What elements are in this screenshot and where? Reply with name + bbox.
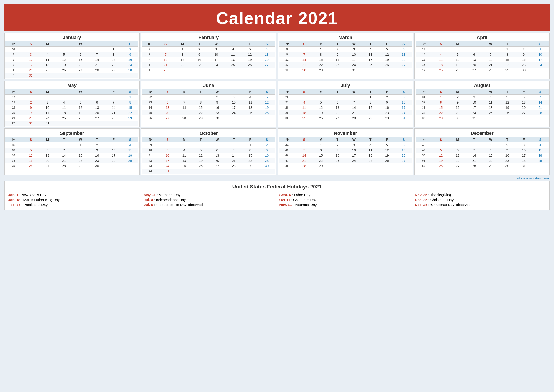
day-cell: 28 <box>532 110 548 115</box>
day-cell: 10 <box>105 148 122 153</box>
day-cell <box>346 163 362 168</box>
day-cell: 2 <box>329 142 346 148</box>
day-header-F: F <box>105 89 122 95</box>
day-cell: 22 <box>174 62 191 68</box>
week-number: 26 <box>279 95 296 100</box>
week-header: Nº <box>142 89 159 95</box>
holiday-date: Feb. 15 <box>8 203 21 207</box>
day-header-S: S <box>432 89 450 95</box>
day-header-S: S <box>259 137 275 142</box>
week-number: 38 <box>6 158 22 163</box>
day-header-W: W <box>72 89 89 95</box>
day-cell: 16 <box>259 153 275 158</box>
day-header-W: W <box>72 41 89 47</box>
week-number: 48 <box>416 142 432 148</box>
day-cell: 19 <box>379 57 395 62</box>
holiday-date: May 31 <box>144 193 156 197</box>
day-cell <box>362 163 379 168</box>
day-cell <box>159 95 176 100</box>
day-cell <box>532 68 548 73</box>
week-number: 14 <box>416 52 432 57</box>
day-cell: 17 <box>105 153 122 158</box>
day-cell: 28 <box>296 68 313 73</box>
holiday-date: Jan. 1 <box>8 193 19 197</box>
day-cell: 25 <box>483 110 499 115</box>
day-cell: 22 <box>313 158 329 163</box>
day-cell <box>362 68 379 73</box>
day-cell: 21 <box>176 110 193 115</box>
week-number: 13 <box>279 68 296 73</box>
day-header-T: T <box>329 137 346 142</box>
day-cell: 9 <box>499 148 516 153</box>
day-cell: 9 <box>22 105 39 110</box>
day-header-F: F <box>379 41 395 47</box>
day-cell: 5 <box>241 47 258 52</box>
day-cell: 19 <box>313 110 329 115</box>
week-number: 35 <box>6 142 22 148</box>
month-title: July <box>279 82 412 89</box>
day-cell: 20 <box>395 153 412 158</box>
day-cell: 23 <box>122 62 138 68</box>
day-cell: 4 <box>122 142 138 148</box>
day-cell: 24 <box>159 163 176 168</box>
day-cell: 26 <box>56 68 72 73</box>
day-cell: 13 <box>395 148 412 153</box>
holiday-column-0: Jan. 1 : New Year's DayJan. 18 : Martin … <box>8 192 139 207</box>
day-cell: 12 <box>241 52 258 57</box>
day-cell: 7 <box>296 148 313 153</box>
day-header-M: M <box>174 41 191 47</box>
day-cell: 27 <box>159 115 176 121</box>
week-number: 36 <box>6 148 22 153</box>
day-cell: 29 <box>105 68 122 73</box>
month-march: MarchNºSMTWTFS91234561078910111213111415… <box>278 33 413 79</box>
day-cell: 30 <box>22 121 39 126</box>
holiday-name: Independence Day <box>156 198 186 202</box>
day-cell: 7 <box>56 148 72 153</box>
day-cell: 4 <box>362 47 379 52</box>
day-header-S: S <box>122 89 138 95</box>
holidays-grid: Jan. 1 : New Year's DayJan. 18 : Martin … <box>8 192 546 207</box>
day-header-S: S <box>532 41 548 47</box>
day-cell <box>432 47 450 52</box>
day-header-F: F <box>515 89 532 95</box>
day-header-W: W <box>346 89 362 95</box>
calendar-header: Calendar 2021 <box>4 4 550 31</box>
day-header-T: T <box>362 137 379 142</box>
day-cell: 28 <box>346 115 362 121</box>
holiday-name: Memorial Day <box>159 193 181 197</box>
day-cell: 26 <box>22 163 39 168</box>
day-cell: 1 <box>313 142 329 148</box>
month-december: DecemberNºSMTWTFS48123449567891011501213… <box>415 128 550 175</box>
day-cell: 16 <box>329 153 346 158</box>
month-title: March <box>279 34 412 41</box>
day-cell: 9 <box>259 148 275 153</box>
day-cell: 7 <box>346 100 362 105</box>
holiday-column-1: May 31 : Memorial DayJul. 4 : Independen… <box>144 192 275 207</box>
day-cell: 19 <box>241 57 258 62</box>
day-cell <box>105 121 122 126</box>
website-link[interactable]: wheniscalendars.com <box>4 176 550 180</box>
day-cell: 18 <box>362 153 379 158</box>
day-cell: 15 <box>499 57 516 62</box>
month-april: AprilNºSMTWTFS13123144567891015111213141… <box>415 33 550 79</box>
day-cell: 29 <box>313 68 329 73</box>
month-title: November <box>279 130 412 137</box>
week-number: 41 <box>142 153 159 158</box>
day-cell: 8 <box>483 148 499 153</box>
day-cell: 6 <box>39 148 56 153</box>
day-cell: 13 <box>72 57 89 62</box>
day-header-W: W <box>209 89 225 95</box>
day-cell: 26 <box>449 68 466 73</box>
week-number: 48 <box>279 163 296 168</box>
day-cell <box>242 168 259 174</box>
day-cell: 30 <box>449 115 466 121</box>
day-cell: 8 <box>192 100 209 105</box>
holiday-date: Dec. 25 <box>415 198 428 202</box>
day-cell: 14 <box>56 153 72 158</box>
day-cell: 2 <box>515 47 532 52</box>
day-cell: 16 <box>209 105 225 110</box>
day-cell <box>39 47 56 52</box>
week-number: 20 <box>6 110 22 115</box>
day-cell: 24 <box>532 62 548 68</box>
day-cell: 15 <box>242 153 259 158</box>
